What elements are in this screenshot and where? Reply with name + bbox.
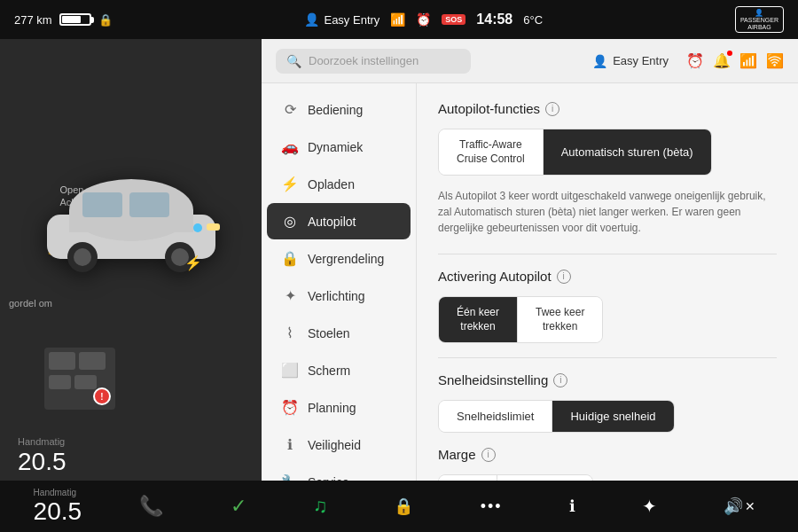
- handmatig-label: Handmatig: [18, 436, 65, 447]
- autopilot-functions-buttons: Traffic-Aware Cruise Control Automatisch…: [438, 129, 712, 176]
- temperature-display: 6°C: [523, 13, 543, 27]
- svg-point-6: [74, 248, 91, 266]
- lock-status-icon: 🔒: [98, 13, 113, 27]
- svg-point-10: [193, 223, 202, 232]
- service-icon: 🔧: [281, 473, 299, 481]
- activering-info-icon[interactable]: i: [557, 270, 571, 284]
- autopilot-description: Als Autopilot 3 keer wordt uitgeschakeld…: [438, 188, 777, 236]
- taskbar-checkmark[interactable]: ✓: [222, 489, 255, 523]
- auto-sturen-btn[interactable]: Automatisch sturen (bèta): [544, 129, 711, 175]
- snelheid-buttons: Snelheidslimiet Huidige snelheid: [438, 400, 675, 433]
- bluetooth-icon: 📶: [739, 52, 757, 69]
- dynamiek-icon: 🚗: [281, 138, 299, 155]
- taskbar: Handmatig 20.5 📞 ✓ ♫ 🔒 ••• ℹ ✦ 🔊 ✕: [0, 481, 798, 532]
- settings-content: Autopilot-functies i Traffic-Aware Cruis…: [417, 83, 798, 481]
- seat-belt-warning: !: [93, 387, 111, 405]
- taskbar-volume[interactable]: 🔊 ✕: [715, 491, 764, 521]
- header-profile: 👤 Easy Entry: [592, 54, 669, 68]
- een-keer-btn[interactable]: Één keer trekken: [439, 297, 518, 342]
- spotify-icon: ♫: [313, 495, 328, 518]
- sidebar-item-verlichting[interactable]: ✦ Verlichting: [267, 278, 411, 314]
- sidebar-label-vergrendeling: Vergrendeling: [308, 252, 384, 266]
- battery-km: 277 km: [14, 13, 52, 27]
- nav-sidebar: ⟳ Bediening 🚗 Dynamiek ⚡ Opladen ◎ Autop…: [262, 83, 417, 481]
- svg-rect-9: [207, 223, 220, 231]
- status-left: 277 km 🔒: [14, 13, 113, 27]
- gordel-label: gordel om: [9, 298, 253, 309]
- sidebar-item-bediening[interactable]: ⟳ Bediening: [267, 91, 411, 128]
- settings-body: ⟳ Bediening 🚗 Dynamiek ⚡ Opladen ◎ Autop…: [262, 83, 798, 481]
- sidebar-item-scherm[interactable]: ⬜ Scherm: [267, 352, 411, 388]
- speed-taskbar-display: 20.5: [34, 497, 82, 526]
- sidebar-label-stoelen: Stoelen: [308, 326, 349, 340]
- sidebar-item-planning[interactable]: ⏰ Planning: [267, 389, 411, 426]
- sidebar-item-opladen[interactable]: ⚡ Opladen: [267, 166, 411, 202]
- mute-indicator: ✕: [745, 499, 755, 513]
- bell-icon-wrapper: 🔔: [713, 52, 731, 69]
- taskbar-apps[interactable]: ✦: [633, 490, 666, 522]
- sidebar-label-bediening: Bediening: [308, 103, 363, 117]
- car-image-area: Open Achterbak 🔒: [0, 39, 262, 340]
- sidebar-item-service[interactable]: 🔧 Service: [267, 464, 411, 481]
- floor-mat-icon: !: [44, 348, 115, 410]
- sidebar-label-dynamiek: Dynamiek: [308, 140, 363, 154]
- vergrendeling-icon: 🔒: [281, 250, 299, 267]
- speed-display: 20.5: [18, 448, 66, 476]
- status-right: 👤 PASSENGERAIRBAG: [735, 6, 784, 34]
- autopilot-functions-info-icon[interactable]: i: [545, 102, 559, 116]
- volume-icon: 🔊: [724, 497, 743, 516]
- phone-icon: 📞: [139, 495, 163, 518]
- person-icon: 👤: [304, 12, 319, 27]
- opladen-icon: ⚡: [281, 176, 299, 192]
- checkmark-icon: ✓: [231, 495, 246, 518]
- passenger-airbag-badge: 👤 PASSENGERAIRBAG: [735, 6, 784, 34]
- sidebar-item-vergrendeling[interactable]: 🔒 Vergrendeling: [267, 240, 411, 277]
- marge-buttons: Vast Percentage: [438, 474, 593, 481]
- main-content: Open Achterbak 🔒: [0, 39, 798, 481]
- traffic-aware-btn[interactable]: Traffic-Aware Cruise Control: [439, 129, 544, 175]
- taskbar-more[interactable]: •••: [472, 492, 512, 521]
- settings-panel: 🔍 Doorzoek instellingen 👤 Easy Entry ⏰ 🔔…: [262, 39, 798, 481]
- snelheidsinstelling-info-icon[interactable]: i: [553, 373, 567, 387]
- wifi-icon: 🛜: [766, 52, 784, 69]
- status-bar: 277 km 🔒 👤 Easy Entry 📶 ⏰ SOS 14:58 6°C …: [0, 0, 798, 39]
- sidebar-item-autopilot[interactable]: ◎ Autopilot: [267, 203, 411, 239]
- sos-badge: SOS: [442, 14, 466, 25]
- taskbar-phone[interactable]: 📞: [130, 489, 172, 523]
- autopilot-functions-title: Autopilot-functies i: [438, 101, 777, 116]
- interior-area: gordel om !: [9, 298, 253, 410]
- search-icon: 🔍: [286, 54, 301, 68]
- taskbar-spotify[interactable]: ♫: [304, 489, 337, 523]
- car-panel: Open Achterbak 🔒: [0, 39, 262, 481]
- scherm-icon: ⬜: [281, 362, 299, 379]
- snelheidsinstelling-title: Snelheidsinstelling i: [438, 372, 777, 387]
- huidige-snelheid-btn[interactable]: Huidige snelheid: [552, 401, 673, 432]
- speed-taskbar-area: Handmatig 20.5: [34, 488, 82, 526]
- header-person-icon: 👤: [592, 54, 607, 68]
- sidebar-label-verlichting: Verlichting: [308, 289, 365, 303]
- profile-label: 👤 Easy Entry: [304, 12, 379, 27]
- snelheidslimiet-btn[interactable]: Snelheidslimiet: [439, 401, 552, 432]
- sidebar-label-opladen: Opladen: [308, 177, 355, 192]
- activering-autopilot-title: Activering Autopilot i: [438, 269, 777, 284]
- marge-info-icon[interactable]: i: [481, 448, 496, 462]
- divider-2: [438, 357, 777, 358]
- wifi-status-icon: 📶: [390, 12, 405, 27]
- handmatig-taskbar-label: Handmatig: [34, 488, 76, 497]
- sidebar-item-dynamiek[interactable]: 🚗 Dynamiek: [267, 129, 411, 165]
- sidebar-item-stoelen[interactable]: ⌇ Stoelen: [267, 315, 411, 351]
- taskbar-info[interactable]: ℹ: [560, 491, 584, 521]
- svg-rect-3: [82, 192, 122, 217]
- twee-keer-btn[interactable]: Twee keer trekken: [518, 297, 602, 342]
- search-box[interactable]: 🔍 Doorzoek instellingen: [276, 49, 471, 74]
- snelheidsinstelling-section: Snelheidsinstelling i Snelheidslimiet Hu…: [438, 372, 777, 433]
- settings-header: 🔍 Doorzoek instellingen 👤 Easy Entry ⏰ 🔔…: [262, 39, 798, 83]
- sidebar-label-planning: Planning: [308, 401, 356, 415]
- taskbar-lock[interactable]: 🔒: [385, 491, 422, 521]
- more-icon: •••: [481, 497, 503, 516]
- svg-rect-4: [129, 192, 169, 217]
- clock-icon: ⏰: [686, 52, 704, 69]
- sidebar-item-veiligheid[interactable]: ℹ Veiligheid: [267, 426, 411, 463]
- veiligheid-icon: ℹ: [281, 436, 299, 453]
- status-center: 👤 Easy Entry 📶 ⏰ SOS 14:58 6°C: [113, 12, 735, 27]
